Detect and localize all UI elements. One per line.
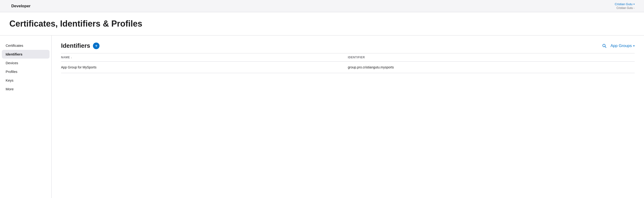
main-layout: Certificates Identifiers Devices Profile… — [0, 36, 644, 198]
identifiers-table: NAME ↓ IDENTIFIER App Group for MySports… — [61, 53, 634, 73]
sidebar-item-more[interactable]: More — [0, 85, 52, 93]
content-header: Identifiers + App Groups ▾ — [61, 42, 634, 49]
table-header: NAME ↓ IDENTIFIER — [61, 53, 634, 62]
user-menu-chevron-icon: ▾ — [634, 3, 634, 6]
top-nav: Developer Cristian Gutu ▾ Cristian Gutu … — [0, 0, 644, 12]
user-name-label: Cristian Gutu — [615, 2, 632, 6]
sidebar-item-certificates[interactable]: Certificates — [0, 41, 52, 50]
sort-icon: ↓ — [71, 56, 72, 59]
content-title-group: Identifiers + — [61, 42, 100, 49]
nav-logo: Developer — [10, 4, 30, 9]
page-title: Certificates, Identifiers & Profiles — [10, 19, 634, 29]
sidebar-item-keys[interactable]: Keys — [0, 76, 52, 85]
column-identifier-label: IDENTIFIER — [348, 56, 365, 59]
page-title-bar: Certificates, Identifiers & Profiles — [0, 12, 644, 36]
user-name-link[interactable]: Cristian Gutu ▾ — [615, 2, 634, 6]
filter-label: App Groups — [610, 44, 632, 48]
sidebar-item-devices[interactable]: Devices — [0, 59, 52, 67]
svg-line-1 — [605, 46, 606, 48]
sidebar-item-profiles[interactable]: Profiles — [0, 67, 52, 76]
developer-text: Developer — [11, 4, 30, 9]
column-header-name[interactable]: NAME ↓ — [61, 56, 348, 59]
search-button[interactable] — [602, 44, 607, 48]
content-area: Identifiers + App Groups ▾ — [52, 36, 644, 198]
add-identifier-button[interactable]: + — [93, 43, 100, 49]
column-header-identifier: IDENTIFIER — [348, 56, 634, 59]
user-menu: Cristian Gutu ▾ Cristian Gutu - — [615, 2, 634, 10]
header-actions: App Groups ▾ — [602, 44, 634, 48]
row-identifier: group.pro.cristiangutu.mysports — [348, 65, 634, 69]
row-name: App Group for MySports — [61, 65, 348, 69]
filter-dropdown-button[interactable]: App Groups ▾ — [610, 44, 634, 48]
search-icon — [602, 44, 607, 48]
filter-chevron-icon: ▾ — [633, 44, 634, 48]
user-account-label: Cristian Gutu - — [616, 6, 634, 10]
column-name-label: NAME — [61, 56, 70, 59]
content-title: Identifiers — [61, 42, 90, 49]
sidebar: Certificates Identifiers Devices Profile… — [0, 36, 52, 198]
table-row[interactable]: App Group for MySports group.pro.cristia… — [61, 62, 634, 73]
sidebar-item-identifiers[interactable]: Identifiers — [2, 50, 50, 59]
